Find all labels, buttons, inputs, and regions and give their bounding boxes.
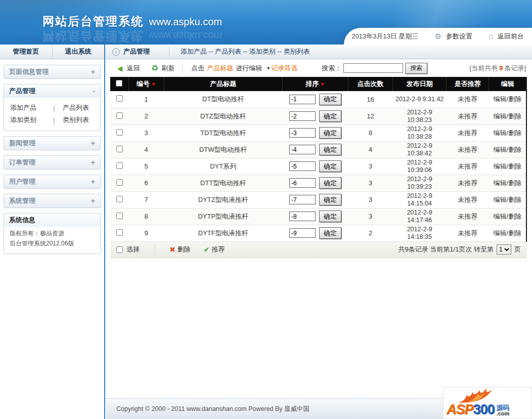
refresh-button[interactable]: ♻ 刷新	[151, 64, 174, 73]
expand-icon[interactable]: +	[91, 197, 95, 205]
tab-logout[interactable]: 退出系统	[53, 45, 105, 59]
edit-delete-link[interactable]: 编辑/删除	[494, 229, 522, 237]
sidebar-panel-news-header[interactable]: 新闻管理 +	[4, 137, 100, 150]
sidebar-panel-product-body: 添加产品 | 产品列表 添加类别 | 类别列表	[4, 98, 100, 131]
product-title-cell: DTT型电动推杆	[164, 175, 282, 191]
sidebar-link-row: 添加类别 | 类别列表	[4, 114, 100, 126]
sort-order-input[interactable]	[289, 212, 316, 221]
expand-icon[interactable]: +	[91, 158, 95, 166]
sidebar-link-add-product[interactable]: 添加产品	[10, 103, 46, 112]
search-input[interactable]	[343, 63, 403, 73]
product-title-link[interactable]: DTW型电动推杆	[199, 146, 247, 153]
expand-icon[interactable]: +	[91, 139, 95, 147]
delete-selected-button[interactable]: ✖ 删除	[169, 245, 191, 254]
breadcrumb-path[interactable]: 添加产品 -- 产品列表 -- 添加类别 -- 类别列表	[181, 47, 310, 56]
product-title-link[interactable]: DTZ型电动推杆	[200, 112, 246, 120]
edit-delete-link[interactable]: 编辑/删除	[494, 129, 522, 137]
collapse-icon[interactable]: -	[93, 87, 95, 95]
row-select-checkbox[interactable]	[116, 213, 123, 219]
back-button[interactable]: ◄ 返回	[116, 64, 140, 73]
search-button[interactable]: 搜索	[405, 63, 427, 74]
product-title-link[interactable]: DYT系列	[210, 162, 236, 170]
product-title-link[interactable]: DT型电动推杆	[202, 95, 244, 103]
row-select-checkbox[interactable]	[116, 196, 123, 202]
settings-link[interactable]: 参数设置	[446, 32, 472, 41]
sidebar-panel-system-header[interactable]: 系统管理 +	[4, 194, 100, 207]
select-all-checkbox[interactable]	[116, 80, 122, 87]
panel-title: 系统信息	[9, 216, 35, 225]
expand-icon[interactable]: +	[91, 178, 95, 186]
publish-date-line: 2012-2-9	[393, 125, 447, 133]
row-select-checkbox[interactable]	[116, 162, 123, 169]
sort-confirm-button[interactable]: 确定	[319, 160, 341, 172]
back-to-front-link[interactable]: 返回前台	[498, 32, 524, 41]
sidebar-panel-product-header[interactable]: 产品管理 -	[4, 85, 100, 98]
table-header-row: 编号 产品标题 排序 点击次数 发布日期 是否推荐 编辑	[110, 77, 526, 91]
product-title-link[interactable]: DTT型电动推杆	[200, 179, 246, 187]
row-select-checkbox[interactable]	[116, 129, 123, 136]
breadcrumb: ‹ 产品管理 添加产品 -- 产品列表 -- 添加类别 -- 类别列表	[105, 45, 532, 59]
row-select-checkbox[interactable]	[116, 179, 123, 186]
edit-delete-link[interactable]: 编辑/删除	[494, 196, 522, 203]
sidebar-panel-orders-header[interactable]: 订单管理 +	[4, 156, 100, 169]
edit-delete-link[interactable]: 编辑/删除	[494, 112, 522, 120]
row-select-checkbox[interactable]	[116, 146, 123, 152]
sidebar-link-add-category[interactable]: 添加类别	[10, 115, 46, 124]
row-select-checkbox[interactable]	[116, 229, 123, 236]
sidebar-panel-users-header[interactable]: 用户管理 +	[4, 175, 100, 188]
edit-delete-link[interactable]: 编辑/删除	[494, 179, 522, 187]
edit-cell: 编辑/删除	[489, 141, 526, 158]
brand-reflection: 网站后台管理系统 www.aspku.com	[42, 28, 222, 44]
sort-order-input[interactable]	[289, 145, 316, 154]
product-title-link[interactable]: TDT型电动推杆	[200, 129, 246, 137]
publish-date-line: 2012-2-9	[393, 209, 447, 217]
sort-confirm-button[interactable]: 确定	[319, 110, 341, 122]
chevron-down-icon: ▼	[266, 66, 271, 71]
edit-cell: 编辑/删除	[489, 108, 526, 124]
edit-delete-link[interactable]: 编辑/删除	[494, 213, 522, 220]
publish-date: 2012-2-910:38:23	[393, 108, 447, 124]
select-all-footer-checkbox[interactable]	[116, 246, 123, 253]
edit-hint-title-link[interactable]: 产品标题	[207, 64, 233, 73]
sort-confirm-button[interactable]: 确定	[319, 144, 341, 155]
tab-admin-home[interactable]: 管理首页	[0, 45, 53, 59]
product-title-link[interactable]: DYTP型电液推杆	[198, 213, 248, 220]
row-select-checkbox[interactable]	[116, 112, 123, 119]
recommend-selected-button[interactable]: ✔ 推荐	[204, 245, 225, 254]
sort-order-input[interactable]	[289, 178, 316, 188]
row-select-checkbox[interactable]	[116, 95, 123, 102]
row-select-cell	[110, 141, 128, 158]
sort-confirm-button[interactable]: 确定	[319, 94, 341, 105]
expand-icon[interactable]: +	[91, 68, 95, 76]
sort-order-input[interactable]	[289, 195, 316, 204]
sidebar-link-category-list[interactable]: 类别列表	[63, 115, 98, 124]
publish-date: 2012-2-910:39:06	[393, 158, 447, 175]
sort-order-input[interactable]	[289, 111, 316, 121]
product-title-link[interactable]: DYTF型电液推杆	[198, 229, 248, 237]
sort-confirm-button[interactable]: 确定	[319, 211, 341, 222]
sort-order-input[interactable]	[289, 228, 316, 238]
sort-indicator-icon	[152, 83, 156, 86]
edit-delete-link[interactable]: 编辑/删除	[494, 162, 522, 170]
sort-confirm-button[interactable]: 确定	[319, 177, 341, 189]
sidebar-panel-sysinfo-header: 系统信息	[4, 214, 100, 227]
divider	[169, 47, 169, 57]
sort-confirm-button[interactable]: 确定	[319, 194, 341, 205]
edit-delete-link[interactable]: 编辑/删除	[494, 146, 522, 153]
page-select[interactable]: 1	[497, 244, 511, 255]
sidebar-link-product-list[interactable]: 产品列表	[63, 103, 98, 112]
edit-delete-link[interactable]: 编辑/删除	[494, 95, 522, 103]
sort-confirm-button[interactable]: 确定	[319, 127, 341, 139]
record-filter-link[interactable]: 记录筛选	[271, 64, 297, 73]
sidebar-panel-page-info-header[interactable]: 页面信息管理 +	[4, 65, 100, 78]
back-circle-icon[interactable]: ‹	[112, 48, 120, 56]
col-title: 产品标题	[164, 77, 282, 91]
sort-order-input[interactable]	[289, 128, 316, 138]
row-select-cell	[110, 208, 128, 225]
product-title-link[interactable]: DYTZ型电液推杆	[198, 196, 248, 203]
panel-title: 新闻管理	[9, 139, 35, 148]
sort-confirm-button[interactable]: 确定	[319, 227, 341, 239]
sort-order-input[interactable]	[289, 161, 316, 171]
table-row: 5DYT系列确定32012-2-910:39:06未推荐编辑/删除	[110, 158, 526, 175]
sort-order-input[interactable]	[289, 95, 316, 104]
